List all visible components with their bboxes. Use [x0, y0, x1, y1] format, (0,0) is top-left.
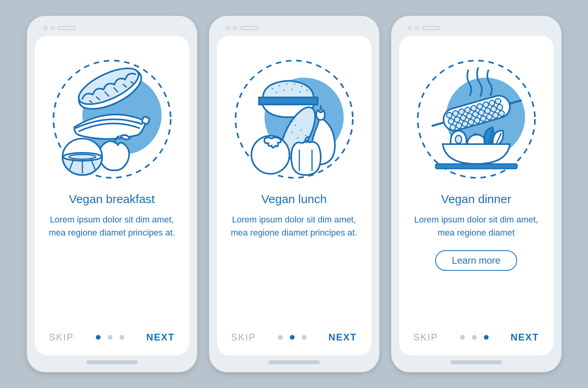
- svg-point-13: [69, 154, 96, 159]
- lunch-illustration: [233, 58, 356, 181]
- svg-point-29: [299, 91, 301, 92]
- onboarding-title: Vegan dinner: [441, 192, 511, 206]
- svg-point-23: [294, 83, 295, 84]
- status-bar: [217, 24, 371, 36]
- status-bar: [35, 24, 189, 36]
- svg-rect-19: [259, 97, 318, 105]
- page-dot-2[interactable]: [108, 335, 112, 340]
- page-dot-3[interactable]: [120, 335, 124, 340]
- onboarding-title: Vegan lunch: [261, 192, 327, 206]
- svg-point-20: [272, 88, 273, 89]
- onboarding-screen: Vegan breakfast Lorem ipsum dolor sit di…: [35, 36, 189, 356]
- skip-button[interactable]: SKIP: [49, 332, 74, 343]
- page-dot-3[interactable]: [302, 335, 306, 340]
- onboarding-screen: Vegan lunch Lorem ipsum dolor sit dim am…: [217, 36, 371, 356]
- page-dot-1[interactable]: [278, 335, 283, 340]
- onboarding-navbar: SKIP NEXT: [47, 332, 177, 345]
- svg-point-28: [291, 89, 293, 90]
- onboarding-description: Lorem ipsum dolor sit dim amet, mea regi…: [413, 213, 540, 239]
- svg-point-21: [279, 85, 280, 86]
- page-dot-1[interactable]: [460, 335, 465, 340]
- svg-point-37: [291, 132, 293, 133]
- onboarding-description: Lorem ipsum dolor sit dim amet, mea regi…: [49, 213, 175, 239]
- page-indicator: [96, 335, 124, 340]
- home-indicator: [451, 360, 502, 364]
- skip-button[interactable]: SKIP: [413, 332, 438, 343]
- onboarding-screen: Vegan dinner Lorem ipsum dolor sit dim a…: [399, 36, 554, 356]
- svg-point-32: [295, 125, 296, 126]
- onboarding-navbar: SKIP NEXT: [411, 332, 542, 345]
- phone-mockup-3: Vegan dinner Lorem ipsum dolor sit dim a…: [391, 16, 561, 372]
- page-dot-2[interactable]: [290, 335, 295, 340]
- next-button[interactable]: NEXT: [146, 332, 175, 343]
- svg-point-38: [297, 137, 298, 139]
- skip-button[interactable]: SKIP: [231, 332, 256, 343]
- onboarding-title: Vegan breakfast: [69, 192, 155, 206]
- breakfast-illustration: [51, 58, 173, 181]
- onboarding-description: Lorem ipsum dolor sit dim amet, mea regi…: [231, 213, 358, 239]
- home-indicator: [268, 360, 320, 364]
- phone-mockup-2: Vegan lunch Lorem ipsum dolor sit dim am…: [209, 16, 379, 372]
- phone-mockup-1: Vegan breakfast Lorem ipsum dolor sit di…: [27, 16, 197, 372]
- svg-point-24: [301, 86, 302, 87]
- svg-point-34: [305, 135, 306, 136]
- learn-more-button[interactable]: Learn more: [435, 250, 517, 271]
- svg-rect-10: [141, 116, 150, 125]
- svg-point-76: [455, 135, 462, 143]
- dinner-illustration: [415, 58, 538, 181]
- svg-point-26: [276, 92, 277, 93]
- onboarding-navbar: SKIP NEXT: [229, 332, 360, 345]
- svg-point-33: [300, 129, 301, 131]
- svg-point-31: [289, 121, 290, 122]
- page-dot-3[interactable]: [484, 335, 489, 340]
- page-indicator: [278, 335, 306, 340]
- svg-point-25: [306, 89, 308, 91]
- next-button[interactable]: NEXT: [510, 332, 539, 343]
- page-dot-2[interactable]: [472, 335, 477, 340]
- page-indicator: [460, 335, 489, 340]
- status-bar: [399, 24, 554, 36]
- svg-point-22: [286, 83, 287, 84]
- svg-point-36: [286, 127, 287, 128]
- home-indicator: [86, 360, 138, 364]
- page-dot-1[interactable]: [96, 335, 101, 340]
- next-button[interactable]: NEXT: [328, 332, 357, 343]
- svg-point-27: [284, 89, 285, 91]
